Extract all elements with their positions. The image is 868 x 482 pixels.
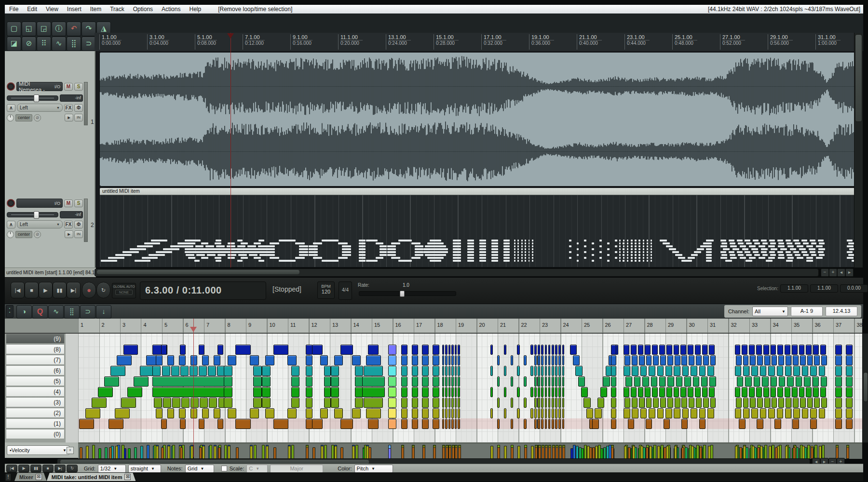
midi-note[interactable] <box>772 355 777 365</box>
mini-stop-button[interactable]: ■ <box>42 465 54 472</box>
velocity-bar[interactable] <box>545 447 548 459</box>
velocity-bar[interactable] <box>172 445 175 459</box>
velocity-bar[interactable] <box>524 447 527 459</box>
midi-note[interactable] <box>813 345 819 355</box>
velocity-bar[interactable] <box>674 446 677 459</box>
midi-note[interactable] <box>810 419 817 429</box>
midi-note[interactable] <box>504 387 507 397</box>
midi-note[interactable] <box>639 355 645 365</box>
edit-cursor-handle[interactable] <box>227 33 234 39</box>
menu-options[interactable]: Options <box>129 6 157 13</box>
midi-note[interactable] <box>445 419 448 429</box>
pan-knob[interactable] <box>7 114 14 121</box>
midi-note[interactable] <box>552 419 554 429</box>
midi-note[interactable] <box>562 398 565 408</box>
midi-note[interactable] <box>442 366 445 376</box>
midi-note[interactable] <box>541 345 543 355</box>
velocity-bar[interactable] <box>250 446 253 459</box>
midi-note-selected[interactable] <box>388 355 396 365</box>
close-icon[interactable]: ⊠ <box>36 474 42 480</box>
midi-note[interactable] <box>534 345 537 355</box>
midi-note[interactable] <box>639 398 645 408</box>
midi-note[interactable] <box>534 408 537 418</box>
midi-note[interactable] <box>497 355 500 365</box>
midi-note[interactable] <box>652 387 658 397</box>
midi-note[interactable] <box>628 419 635 429</box>
midi-note[interactable] <box>511 398 514 408</box>
midi-note[interactable] <box>152 366 161 376</box>
midi-note[interactable] <box>778 398 784 408</box>
midi-note[interactable] <box>534 398 537 408</box>
midi-note[interactable] <box>611 345 616 355</box>
velocity-bar[interactable] <box>708 446 711 459</box>
midi-note[interactable] <box>552 398 554 408</box>
midi-note[interactable] <box>541 376 543 387</box>
midi-note[interactable] <box>631 345 637 355</box>
velocity-bar[interactable] <box>691 446 694 459</box>
midi-note-selected[interactable] <box>388 408 396 418</box>
midi-note[interactable] <box>273 345 289 355</box>
midi-note[interactable] <box>340 345 353 355</box>
velocity-bar[interactable] <box>632 446 635 459</box>
midi-note[interactable] <box>819 408 826 418</box>
key-lane-5[interactable]: (5) <box>6 376 65 386</box>
snap-grid-icon[interactable]: ⣿ <box>67 37 81 51</box>
velocity-bar[interactable] <box>128 448 131 459</box>
midi-note[interactable] <box>709 376 716 387</box>
midi-note[interactable] <box>802 366 809 376</box>
midi-note[interactable] <box>846 408 853 418</box>
midi-note[interactable] <box>312 419 323 429</box>
midi-note[interactable] <box>696 355 702 365</box>
velocity-bar[interactable] <box>611 447 614 459</box>
save-project-icon[interactable]: ◲ <box>37 22 51 36</box>
midi-note[interactable] <box>768 366 775 376</box>
velocity-bar[interactable] <box>199 447 202 459</box>
midi-note[interactable] <box>764 355 770 365</box>
midi-note[interactable] <box>624 355 630 365</box>
midi-note[interactable] <box>785 387 790 397</box>
phase-button[interactable]: ⊘ <box>34 114 41 121</box>
midi-note[interactable] <box>555 355 557 365</box>
midi-note[interactable] <box>200 398 208 408</box>
midi-note[interactable] <box>774 419 781 429</box>
midi-note[interactable] <box>401 408 408 418</box>
midi-note[interactable] <box>541 387 543 397</box>
midi-note[interactable] <box>524 398 527 408</box>
quantize-icon[interactable]: Q <box>32 305 48 319</box>
scale-snap-checkbox[interactable] <box>221 466 227 471</box>
midi-note[interactable] <box>253 387 262 397</box>
play-button[interactable]: ▶ <box>39 282 53 298</box>
midi-note[interactable] <box>632 355 637 365</box>
midi-note[interactable] <box>490 387 493 397</box>
midi-note[interactable] <box>743 366 750 376</box>
velocity-bar[interactable] <box>752 446 755 459</box>
ripple-edit-icon[interactable]: ⊃ <box>81 37 96 51</box>
midi-note[interactable] <box>562 419 565 429</box>
midi-note[interactable] <box>442 408 445 418</box>
global-automation-override[interactable]: GLOBAL AUTO NONE <box>112 283 136 298</box>
midi-note[interactable] <box>545 366 547 376</box>
midi-note[interactable] <box>448 376 451 387</box>
midi-note[interactable] <box>262 387 271 397</box>
velocity-bar[interactable] <box>735 446 738 459</box>
midi-note[interactable] <box>324 376 331 387</box>
midi-note[interactable] <box>548 387 551 397</box>
velocity-bar[interactable] <box>147 445 149 459</box>
cc-lane-dropdown[interactable]: •Velocity ▼ <box>7 445 69 455</box>
velocity-bar[interactable] <box>836 447 839 459</box>
midi-note[interactable] <box>709 387 715 397</box>
midi-note[interactable] <box>646 398 652 408</box>
midi-note[interactable] <box>777 387 783 397</box>
midi-note[interactable] <box>558 366 561 376</box>
midi-note[interactable] <box>702 345 708 355</box>
velocity-bar[interactable] <box>122 445 124 459</box>
midi-note[interactable] <box>835 345 842 355</box>
midi-note[interactable] <box>624 398 630 408</box>
midi-note[interactable] <box>578 376 585 387</box>
velocity-bar[interactable] <box>167 446 170 459</box>
notification-icon[interactable]: ! <box>6 474 11 481</box>
velocity-bar[interactable] <box>589 447 592 459</box>
midi-note[interactable] <box>688 345 693 355</box>
midi-note[interactable] <box>592 419 599 429</box>
midi-note[interactable] <box>110 366 125 376</box>
